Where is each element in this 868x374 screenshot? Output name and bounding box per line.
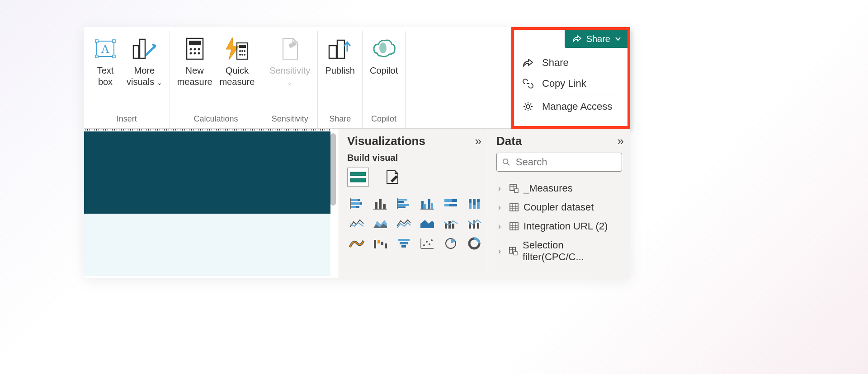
line-stacked-column-icon[interactable] xyxy=(465,215,484,232)
svg-rect-35 xyxy=(351,202,360,205)
svg-rect-92 xyxy=(510,204,518,211)
svg-rect-62 xyxy=(477,199,480,202)
svg-rect-33 xyxy=(351,199,358,201)
share-menu-manage-access[interactable]: Manage Access xyxy=(519,96,625,117)
svg-rect-105 xyxy=(514,252,518,255)
svg-rect-34 xyxy=(358,199,360,201)
svg-rect-97 xyxy=(510,223,518,230)
data-title: Data xyxy=(496,134,522,148)
svg-point-26 xyxy=(379,42,387,53)
svg-point-82 xyxy=(429,243,430,245)
svg-rect-50 xyxy=(424,204,426,209)
panes-row: Visualizations » Build visual xyxy=(84,129,630,278)
hundred-percent-column-chart-icon[interactable] xyxy=(465,196,484,212)
share-menu-share[interactable]: Share xyxy=(519,52,625,73)
more-visuals-button[interactable]: More visuals ⌄ xyxy=(125,34,164,89)
svg-rect-70 xyxy=(477,223,479,229)
sensitivity-icon xyxy=(276,35,303,62)
svg-point-27 xyxy=(526,105,530,108)
svg-rect-65 xyxy=(452,224,454,229)
svg-rect-54 xyxy=(452,199,457,202)
pie-chart-icon[interactable] xyxy=(441,235,460,252)
line-clustered-column-icon[interactable] xyxy=(441,215,460,232)
group-title-share: Share xyxy=(329,114,351,126)
stacked-area-chart-icon[interactable] xyxy=(394,215,413,232)
quick-measure-button[interactable]: Quick measure xyxy=(218,34,257,89)
quick-measure-icon xyxy=(223,35,250,62)
share-menu-copy-link[interactable]: Copy Link xyxy=(519,73,625,94)
tree-item-coupler[interactable]: › Coupler dataset xyxy=(498,198,622,217)
search-box[interactable] xyxy=(496,153,622,172)
ribbon-chart-icon[interactable] xyxy=(347,235,366,252)
chevron-right-icon: › xyxy=(498,184,505,193)
app-window: A Text box More visuals ⌄ xyxy=(84,27,630,278)
svg-rect-72 xyxy=(377,240,380,243)
svg-point-81 xyxy=(426,241,428,243)
copilot-icon xyxy=(370,35,397,62)
tree-item-selection-filter[interactable]: › Selection filter(CPC/C... xyxy=(498,236,622,266)
tree-item-measures[interactable]: › _Measures xyxy=(498,179,622,198)
chevron-down-icon xyxy=(615,37,621,41)
stacked-column-chart-icon[interactable] xyxy=(371,196,390,212)
svg-rect-51 xyxy=(428,199,430,209)
collapse-pane-icon[interactable]: » xyxy=(475,134,480,148)
new-measure-button[interactable]: New measure xyxy=(175,34,214,89)
canvas-scrollbar[interactable] xyxy=(330,133,336,206)
clustered-column-chart-icon[interactable] xyxy=(418,196,437,212)
chevron-right-icon: › xyxy=(498,203,505,212)
ribbon-group-calculations: New measure Quick measure C xyxy=(170,31,263,128)
hundred-percent-bar-chart-icon[interactable] xyxy=(441,196,460,212)
format-visual-tab[interactable] xyxy=(382,168,403,187)
svg-rect-42 xyxy=(383,204,386,209)
svg-point-14 xyxy=(193,52,196,55)
data-tree: › _Measures › Coupler dataset › Integrat… xyxy=(496,179,622,266)
copilot-button[interactable]: Copilot xyxy=(368,34,400,77)
funnel-chart-icon[interactable] xyxy=(394,235,413,252)
text-box-button[interactable]: A Text box xyxy=(90,34,121,89)
tree-item-integration[interactable]: › Integration URL (2) xyxy=(498,217,622,236)
svg-rect-1 xyxy=(95,40,98,42)
chevron-right-icon: › xyxy=(498,247,504,256)
svg-rect-44 xyxy=(398,199,407,201)
svg-rect-91 xyxy=(514,189,518,192)
table-icon xyxy=(509,202,519,212)
waterfall-chart-icon[interactable] xyxy=(371,235,390,252)
svg-rect-4 xyxy=(113,55,115,58)
line-chart-icon[interactable] xyxy=(347,215,366,232)
search-input[interactable] xyxy=(515,156,616,168)
report-canvas[interactable] xyxy=(84,129,330,278)
svg-rect-17 xyxy=(239,45,246,48)
quick-measure-label: Quick measure xyxy=(220,65,255,88)
donut-chart-icon[interactable] xyxy=(465,235,484,252)
build-visual-tab[interactable] xyxy=(347,168,369,187)
share-menu: Share Copy Link Manage Access xyxy=(519,52,625,117)
tree-item-label: Selection filter(CPC/C... xyxy=(523,239,622,263)
collapse-pane-icon[interactable]: » xyxy=(618,134,622,148)
share-arrow-icon xyxy=(522,57,534,68)
share-button[interactable]: Share xyxy=(565,30,627,48)
svg-rect-45 xyxy=(398,201,404,203)
group-title-copilot: Copilot xyxy=(371,114,396,126)
filled-area-chart-icon[interactable] xyxy=(418,215,437,232)
chevron-down-icon: ⌄ xyxy=(157,79,162,86)
stacked-bar-chart-icon[interactable] xyxy=(347,196,366,212)
svg-rect-52 xyxy=(431,203,433,209)
scatter-chart-icon[interactable] xyxy=(418,235,437,252)
svg-rect-37 xyxy=(351,206,356,208)
tree-item-label: Integration URL (2) xyxy=(524,220,608,232)
svg-rect-36 xyxy=(360,202,362,205)
svg-rect-25 xyxy=(337,40,344,58)
data-pane: Data » › _Measures › Coupler dataset xyxy=(488,129,630,278)
ribbon-group-sensitivity: Sensitivity⌄ Sensitivity xyxy=(262,31,318,128)
area-chart-icon[interactable] xyxy=(371,215,390,232)
group-title-sensitivity: Sensitivity xyxy=(272,114,308,126)
svg-rect-58 xyxy=(469,199,472,203)
share-item-label: Copy Link xyxy=(542,78,586,89)
clustered-bar-chart-icon[interactable] xyxy=(394,196,413,212)
new-measure-label: New measure xyxy=(177,65,212,88)
group-title-insert: Insert xyxy=(117,114,137,126)
svg-rect-47 xyxy=(398,206,406,208)
visualizations-pane: Visualizations » Build visual xyxy=(339,129,488,278)
visualization-types-grid xyxy=(347,196,480,252)
publish-button[interactable]: Publish xyxy=(323,34,357,77)
